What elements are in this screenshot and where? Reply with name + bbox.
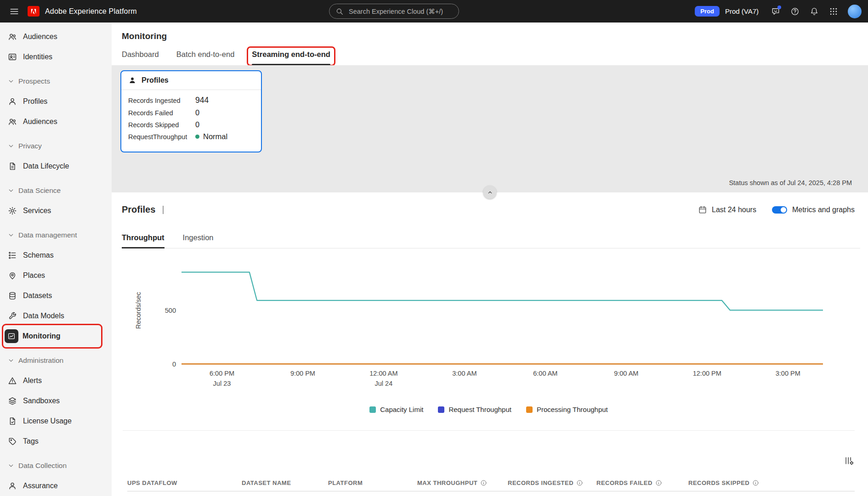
- app-title: Adobe Experience Platform: [45, 7, 137, 16]
- warning-icon: [8, 376, 17, 385]
- x-tick-label: 6:00 AM: [518, 368, 573, 378]
- chevron-down-icon: [7, 462, 15, 470]
- location-pin-icon: [8, 271, 17, 280]
- info-icon: [576, 479, 583, 486]
- sidebar-section-prospects[interactable]: Prospects: [0, 71, 112, 91]
- series-capacity-limit: [182, 272, 823, 310]
- collapse-panel-button[interactable]: [483, 186, 497, 199]
- sidebar-item-audiences[interactable]: Audiences: [0, 112, 112, 132]
- x-tick-label: 9:00 PM: [275, 368, 330, 378]
- column-header-records-ingested: RECORDS INGESTED: [508, 479, 596, 486]
- search-box[interactable]: [329, 4, 459, 19]
- metric-row-records-ingested: Records Ingested944: [128, 96, 254, 105]
- info-icon[interactable]: [752, 479, 759, 486]
- sidebar-item-audiences[interactable]: Audiences: [0, 27, 112, 47]
- sidebar-item-license-usage[interactable]: License Usage: [0, 411, 112, 431]
- column-header-records-failed: RECORDS FAILED: [596, 479, 688, 486]
- column-header-platform: PLATFORM: [328, 479, 417, 486]
- summary-panel: Profiles Records Ingested944Records Fail…: [112, 65, 868, 192]
- chevron-down-icon: [7, 186, 15, 195]
- monitoring-chart-icon: [7, 332, 16, 340]
- notification-dot: [777, 6, 781, 9]
- search-icon: [335, 7, 344, 16]
- wrench-icon: [8, 311, 17, 321]
- apps-grid-icon: [829, 7, 838, 16]
- sidebar-item-sandboxes[interactable]: Sandboxes: [0, 391, 112, 411]
- bell-button[interactable]: [806, 3, 823, 20]
- sidebar-section-privacy[interactable]: Privacy: [0, 136, 112, 156]
- sidebar-section-data-collection[interactable]: Data Collection: [0, 456, 112, 476]
- sidebar-item-services[interactable]: Services: [0, 201, 112, 221]
- metrics-header: Profiles Last 24 hours Metrics and graph…: [122, 204, 855, 215]
- sidebar: AudiencesIdentitiesProspectsProfilesAudi…: [0, 23, 112, 496]
- info-icon[interactable]: [576, 479, 583, 486]
- sidebar-item-profiles[interactable]: Profiles: [0, 91, 112, 112]
- sidebar-item-schemas[interactable]: Schemas: [0, 245, 112, 265]
- time-range-button[interactable]: Last 24 hours: [695, 205, 759, 215]
- profiles-card[interactable]: Profiles Records Ingested944Records Fail…: [120, 70, 262, 152]
- chevron-down-icon: [7, 231, 15, 239]
- x-tick-label: 6:00 PMJul 23: [194, 368, 250, 389]
- person-solid-icon: [128, 76, 136, 85]
- info-icon: [752, 479, 759, 486]
- help-button[interactable]: [786, 3, 804, 20]
- search-input[interactable]: [348, 7, 453, 16]
- sidebar-section-data-science[interactable]: Data Science: [0, 180, 112, 201]
- tab-batch-end-to-end[interactable]: Batch end-to-end: [176, 50, 235, 65]
- chevron-down-icon: [7, 142, 15, 150]
- bell-icon: [810, 7, 819, 16]
- legend-item-request-throughput: Request Throughput: [438, 406, 511, 413]
- schemas-icon: [8, 251, 17, 260]
- hamburger-menu-button[interactable]: [6, 4, 22, 19]
- table-settings-button[interactable]: [842, 454, 856, 468]
- sidebar-item-data-models[interactable]: Data Models: [0, 306, 112, 326]
- chart-svg: [182, 258, 823, 365]
- metrics-title: Profiles: [122, 204, 155, 215]
- avatar[interactable]: [848, 5, 862, 18]
- sidebar-section-administration[interactable]: Administration: [0, 350, 112, 371]
- metrics-graphs-toggle[interactable]: [772, 206, 787, 214]
- apps-grid-button[interactable]: [825, 3, 842, 20]
- chart-card: Records/sec Capacity LimitRequest Throug…: [123, 256, 855, 431]
- env-badge: Prod: [695, 6, 720, 17]
- person-icon: [8, 481, 17, 490]
- sidebar-item-data-lifecycle[interactable]: Data Lifecycle: [0, 156, 112, 176]
- x-tick-label: 9:00 AM: [599, 368, 654, 378]
- time-range-label: Last 24 hours: [712, 206, 756, 214]
- services-icon: [8, 206, 17, 215]
- identity-icon: [8, 52, 17, 62]
- chart-plot: [182, 258, 823, 365]
- y-tick-label: 0: [151, 361, 176, 368]
- info-icon[interactable]: [655, 479, 662, 486]
- topbar: Adobe Experience Platform Prod Prod (VA7…: [0, 0, 868, 23]
- env-label[interactable]: Prod (VA7): [725, 7, 759, 15]
- sidebar-item-alerts[interactable]: Alerts: [0, 371, 112, 391]
- adobe-logo: [28, 6, 40, 17]
- doc-lifecycle-icon: [8, 162, 17, 171]
- sidebar-item-tags[interactable]: Tags: [0, 431, 112, 451]
- feedback-button[interactable]: [767, 3, 784, 20]
- metric-row-requestthroughput: RequestThroughputNormal: [128, 132, 254, 141]
- sidebar-item-monitoring[interactable]: Monitoring: [0, 326, 112, 346]
- info-icon[interactable]: [480, 479, 487, 486]
- metric-tab-ingestion[interactable]: Ingestion: [183, 233, 214, 248]
- layers-icon: [8, 396, 17, 406]
- tab-streaming-end-to-end[interactable]: Streaming end-to-end: [252, 50, 330, 65]
- toggle-label: Metrics and graphs: [792, 206, 855, 214]
- metric-tab-throughput[interactable]: Throughput: [122, 233, 165, 248]
- profiles-card-header: Profiles: [121, 71, 261, 90]
- sidebar-item-places[interactable]: Places: [0, 265, 112, 286]
- calendar-icon: [698, 205, 707, 214]
- chart-legend: Capacity LimitRequest ThroughputProcessi…: [123, 406, 855, 413]
- title-divider: [163, 206, 164, 214]
- person-icon: [8, 97, 17, 106]
- sidebar-item-datasets[interactable]: Datasets: [0, 286, 112, 306]
- tab-dashboard[interactable]: Dashboard: [122, 50, 159, 65]
- chevron-down-icon: [7, 356, 15, 365]
- sidebar-section-data-management[interactable]: Data management: [0, 225, 112, 245]
- sidebar-item-identities[interactable]: Identities: [0, 47, 112, 67]
- column-header-max-throughput: MAX THROUGHPUT: [417, 479, 508, 486]
- help-icon: [790, 7, 800, 16]
- sidebar-item-assurance[interactable]: Assurance: [0, 476, 112, 496]
- database-icon: [8, 291, 17, 300]
